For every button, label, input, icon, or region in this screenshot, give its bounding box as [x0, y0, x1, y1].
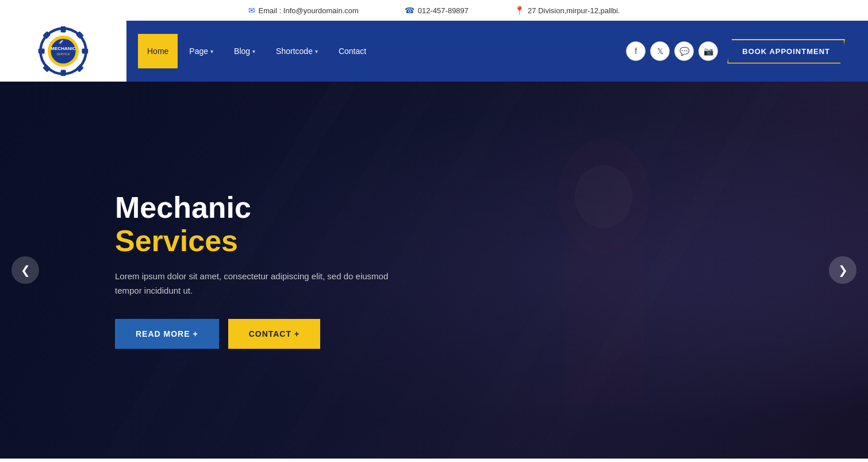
- book-appointment-button[interactable]: BOOK APPOINTMENT: [727, 39, 845, 64]
- svg-text:SERVICE: SERVICE: [56, 52, 70, 56]
- nav-item-home[interactable]: Home: [138, 34, 178, 68]
- hero-description: Lorem ipsum dolor sit amet, consectetur …: [115, 269, 402, 298]
- svg-rect-2: [61, 70, 66, 76]
- chat-icon[interactable]: 💬: [674, 41, 694, 61]
- facebook-icon[interactable]: f: [626, 41, 646, 61]
- svg-rect-1: [61, 26, 66, 33]
- nav-item-shortcode[interactable]: Shortcode ▾: [267, 34, 327, 68]
- hero-title-line1: Mechanic: [115, 191, 402, 224]
- navigation: Home Page ▾ Blog ▾ Shortcode ▾ Contact f…: [126, 34, 868, 68]
- read-more-button[interactable]: READ MORE +: [115, 319, 219, 349]
- logo-svg: MECHANIC SERVICE: [37, 25, 89, 77]
- logo-area: MECHANIC SERVICE: [0, 21, 126, 82]
- chevron-down-icon: ▾: [210, 48, 213, 55]
- social-icons: f 𝕏 💬 📷: [626, 41, 718, 61]
- location-text: 27 Division,mirpur-12,pallbi.: [528, 6, 620, 15]
- hero-content: Mechanic Services Lorem ipsum dolor sit …: [0, 191, 402, 348]
- svg-rect-4: [82, 49, 88, 54]
- nav-item-blog[interactable]: Blog ▾: [225, 34, 264, 68]
- location-icon: 📍: [514, 6, 524, 15]
- instagram-icon[interactable]: 📷: [698, 41, 718, 61]
- svg-text:MECHANIC: MECHANIC: [51, 46, 76, 51]
- top-bar: ✉ Email : Info@yourdomain.com ☎ 012-457-…: [0, 0, 868, 21]
- phone-icon: ☎: [405, 6, 414, 15]
- nav-menu: Home Page ▾ Blog ▾ Shortcode ▾ Contact: [138, 34, 617, 68]
- email-info: ✉ Email : Info@yourdomain.com: [248, 6, 359, 15]
- svg-rect-3: [39, 49, 45, 54]
- slider-next-button[interactable]: ❯: [829, 256, 857, 284]
- hero-title-line2: Services: [115, 225, 402, 257]
- nav-item-page[interactable]: Page ▾: [180, 34, 222, 68]
- chevron-down-icon: ▾: [315, 48, 318, 55]
- phone-text: 012-457-89897: [418, 6, 468, 15]
- twitter-icon[interactable]: 𝕏: [650, 41, 670, 61]
- location-info: 📍 27 Division,mirpur-12,pallbi.: [514, 6, 620, 15]
- phone-info: ☎ 012-457-89897: [405, 6, 468, 15]
- contact-button[interactable]: CONTACT +: [228, 319, 320, 349]
- email-text: Email : Info@yourdomain.com: [259, 6, 359, 15]
- email-icon: ✉: [248, 6, 255, 15]
- nav-item-contact[interactable]: Contact: [329, 34, 375, 68]
- slider-prev-button[interactable]: ❮: [11, 256, 39, 284]
- chevron-down-icon: ▾: [252, 48, 255, 55]
- hero-buttons: READ MORE + CONTACT +: [115, 319, 402, 349]
- hero-section: Mechanic Services Lorem ipsum dolor sit …: [0, 82, 868, 459]
- main-header: MECHANIC SERVICE Home Page ▾ Blog ▾ Shor…: [0, 21, 868, 82]
